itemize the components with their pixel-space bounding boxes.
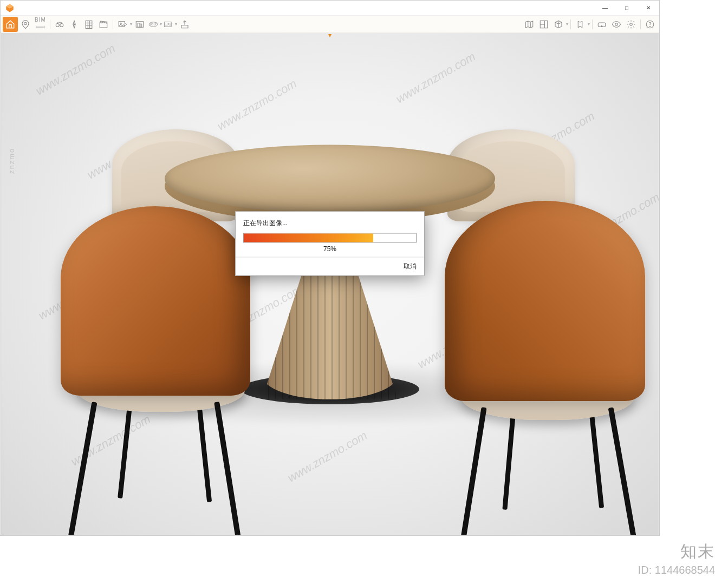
vr-headset-icon[interactable] — [595, 17, 609, 31]
exe-export-dropdown[interactable]: EXE ▾ — [162, 17, 177, 31]
watermark-text: www.znzmo.com — [215, 76, 300, 133]
chair-front-left — [39, 195, 266, 535]
toolbar-left: BIM ▾ 360° ▾ EXE ▾ — [3, 17, 192, 32]
titlebar-left — [5, 3, 15, 13]
chair-leg — [608, 407, 639, 535]
exe-label: EXE — [165, 22, 172, 26]
visibility-icon[interactable] — [609, 17, 623, 31]
binoculars-icon[interactable] — [53, 17, 67, 31]
section-icon — [573, 17, 587, 31]
chevron-down-icon: ▾ — [130, 22, 132, 27]
chair-leg — [196, 397, 212, 502]
progress-bar — [243, 233, 417, 243]
gear-icon[interactable] — [624, 17, 638, 31]
dialog-body: 正在导出图像... 75% — [236, 212, 424, 257]
floorplan-icon[interactable] — [537, 17, 551, 31]
panorama-dropdown[interactable]: 360° ▾ — [147, 17, 162, 31]
progress-percent: 75% — [243, 245, 417, 253]
export-image-dropdown[interactable]: ▾ — [115, 17, 132, 31]
svg-point-30 — [630, 23, 633, 25]
clapperboard-icon[interactable] — [96, 17, 110, 31]
bim-button[interactable]: BIM — [33, 17, 48, 31]
window-controls: — □ ✕ — [594, 1, 659, 16]
svg-point-6 — [74, 23, 75, 24]
maximize-button[interactable]: □ — [616, 1, 638, 16]
toolbar: BIM ▾ 360° ▾ EXE ▾ — [1, 16, 659, 33]
side-watermark: znzmo — [8, 148, 16, 174]
brand-name: 知末 — [638, 541, 715, 563]
svg-rect-18 — [138, 23, 140, 27]
minimize-button[interactable]: — — [594, 1, 616, 16]
help-icon[interactable] — [643, 17, 657, 31]
location-pin-icon[interactable] — [18, 17, 32, 31]
image-building-icon[interactable] — [133, 17, 147, 31]
viewport-3d[interactable]: ▾ znzmo www.znzmo.com www.znzmo.com www.… — [1, 33, 659, 535]
chair-backrest — [445, 201, 645, 401]
compass-icon[interactable] — [67, 17, 81, 31]
svg-rect-22 — [181, 25, 188, 28]
toolbar-right: ▾ ▾ — [522, 17, 657, 31]
image-export-icon — [115, 17, 129, 31]
svg-point-0 — [24, 22, 27, 25]
chair-leg — [118, 396, 133, 498]
brand-id: ID: 1144668544 — [638, 564, 715, 576]
export-progress-dialog: 正在导出图像... 75% 取消 — [235, 212, 425, 276]
chair-backrest — [61, 206, 250, 396]
watermark-text: www.znzmo.com — [34, 41, 118, 98]
toolbar-separator — [640, 19, 641, 29]
progress-fill — [244, 234, 373, 242]
exe-export-icon: EXE — [162, 17, 174, 31]
dialog-footer: 取消 — [236, 257, 424, 275]
svg-rect-7 — [86, 21, 92, 28]
cube-icon — [551, 17, 566, 31]
watermark-text: www.znzmo.com — [285, 428, 370, 485]
bim-label: BIM — [35, 17, 46, 23]
chair-front-right — [420, 193, 659, 535]
svg-rect-12 — [100, 23, 107, 28]
panorama-label: 360° — [149, 22, 158, 27]
upload-icon[interactable] — [178, 17, 192, 31]
toolbar-separator — [113, 19, 113, 29]
render-scene: znzmo www.znzmo.com www.znzmo.com www.zn… — [1, 33, 659, 535]
cancel-button[interactable]: 取消 — [404, 262, 417, 271]
section-dropdown[interactable]: ▾ — [573, 17, 590, 31]
titlebar: — □ ✕ — [1, 1, 659, 16]
chair-leg — [457, 407, 486, 535]
chair-leg — [588, 403, 604, 508]
toolbar-separator — [50, 19, 50, 29]
close-button[interactable]: ✕ — [638, 1, 659, 16]
panorama-360-icon: 360° — [147, 17, 159, 31]
toolbar-separator — [570, 19, 571, 29]
svg-point-5 — [60, 23, 63, 27]
svg-point-29 — [615, 23, 618, 25]
chevron-down-icon: ▾ — [588, 22, 590, 27]
chevron-down-icon: ▾ — [160, 22, 162, 27]
app-logo-icon — [5, 3, 15, 13]
chevron-down-icon: ▾ — [566, 22, 568, 27]
svg-point-32 — [649, 26, 650, 27]
svg-point-4 — [56, 23, 59, 27]
dialog-title: 正在导出图像... — [243, 219, 417, 228]
toolbar-separator — [592, 19, 593, 29]
building-icon[interactable] — [82, 17, 96, 31]
home-button[interactable] — [3, 17, 18, 32]
map-icon[interactable] — [522, 17, 536, 31]
svg-rect-28 — [598, 23, 606, 27]
collapse-panel-handle[interactable]: ▾ — [328, 33, 332, 39]
cube-view-dropdown[interactable]: ▾ — [551, 17, 568, 31]
svg-rect-19 — [140, 24, 142, 27]
chair-leg — [68, 402, 98, 535]
chevron-down-icon: ▾ — [175, 22, 177, 27]
brand-watermark: 知末 ID: 1144668544 — [638, 541, 715, 576]
app-window: — □ ✕ BIM ▾ 360 — [0, 0, 660, 536]
chair-leg — [214, 402, 243, 535]
watermark-text: www.znzmo.com — [394, 49, 478, 106]
